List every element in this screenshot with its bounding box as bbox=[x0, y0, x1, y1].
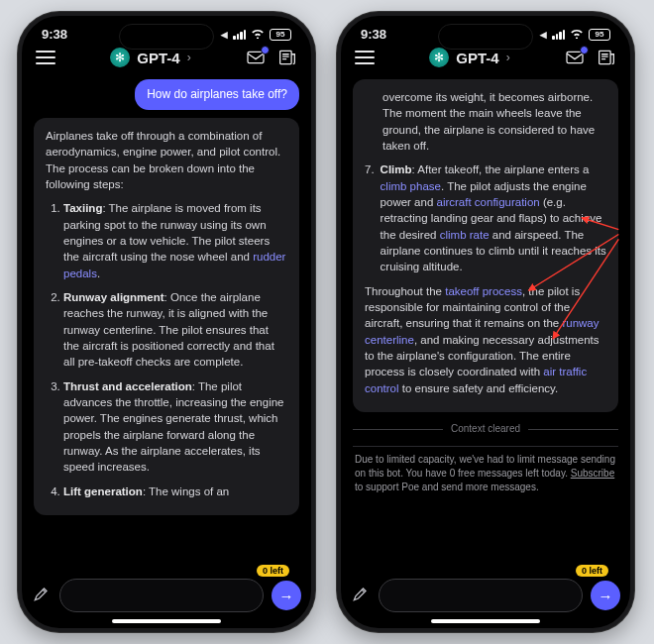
bot-title[interactable]: ✻ GPT-4 › bbox=[110, 48, 190, 67]
link-aircraft-configuration[interactable]: aircraft configuration bbox=[437, 196, 540, 208]
openai-icon: ✻ bbox=[110, 48, 130, 67]
menu-button[interactable] bbox=[355, 51, 375, 64]
link-climb-phase[interactable]: climb phase bbox=[381, 180, 441, 192]
bot-message: overcome its weight, it becomes airborne… bbox=[353, 79, 618, 412]
notch bbox=[438, 24, 533, 50]
chevron-right-icon: › bbox=[506, 51, 510, 64]
menu-button[interactable] bbox=[36, 51, 55, 64]
message-input[interactable] bbox=[379, 579, 583, 612]
cellular-icon bbox=[552, 30, 565, 40]
location-icon: ◂ bbox=[540, 27, 547, 42]
link-climb-rate[interactable]: climb rate bbox=[440, 229, 490, 241]
send-button[interactable]: → bbox=[591, 581, 620, 610]
bot-message: Airplanes take off through a combination… bbox=[34, 118, 299, 515]
chat-scroll[interactable]: overcome its weight, it becomes airborne… bbox=[341, 73, 630, 573]
list-item: Lift generation: The wings of an bbox=[63, 483, 287, 499]
battery-icon: 95 bbox=[589, 29, 610, 41]
svg-rect-0 bbox=[248, 52, 264, 62]
list-item: Runway alignment: Once the airplane reac… bbox=[63, 289, 287, 371]
context-divider: Context cleared bbox=[353, 422, 618, 436]
svg-rect-1 bbox=[280, 51, 291, 63]
bot-continued: overcome its weight, it becomes airborne… bbox=[365, 89, 606, 154]
notch bbox=[119, 24, 214, 50]
user-message: How do airplanes take off? bbox=[135, 79, 299, 110]
bot-title[interactable]: ✻ GPT-4 › bbox=[429, 48, 509, 67]
status-time: 9:38 bbox=[42, 27, 67, 42]
bot-closing: Throughout the takeoff process, the pilo… bbox=[365, 283, 606, 396]
phone-right: 9:38 ◂ 95 ✻ GPT-4 › overc bbox=[337, 12, 634, 632]
wifi-icon bbox=[251, 27, 265, 42]
mail-icon[interactable] bbox=[565, 48, 585, 67]
quota-badge: 0 left bbox=[257, 565, 289, 577]
home-indicator bbox=[112, 619, 221, 623]
openai-icon: ✻ bbox=[429, 48, 449, 67]
phone-left: 9:38 ◂ 95 ✻ GPT-4 › How do airpl bbox=[18, 12, 315, 632]
newspaper-icon[interactable] bbox=[597, 48, 616, 67]
link-takeoff-process[interactable]: takeoff process bbox=[445, 285, 522, 297]
bot-intro: Airplanes take off through a combination… bbox=[46, 128, 287, 192]
list-item: Taxiing: The airplane is moved from its … bbox=[63, 200, 287, 281]
wifi-icon bbox=[570, 27, 584, 42]
mail-icon[interactable] bbox=[246, 48, 266, 67]
quota-badge: 0 left bbox=[576, 565, 608, 577]
send-button[interactable]: → bbox=[272, 581, 301, 610]
list-item: Thrust and acceleration: The pilot advan… bbox=[63, 378, 287, 476]
brush-icon[interactable] bbox=[32, 584, 52, 607]
brush-icon[interactable] bbox=[351, 584, 371, 607]
newspaper-icon[interactable] bbox=[277, 48, 297, 67]
quota-notice: Due to limited capacity, we've had to li… bbox=[353, 446, 618, 501]
message-input[interactable] bbox=[59, 579, 264, 612]
chat-scroll[interactable]: How do airplanes take off? Airplanes tak… bbox=[22, 73, 311, 573]
home-indicator bbox=[431, 619, 540, 623]
battery-icon: 95 bbox=[270, 29, 291, 41]
subscribe-link[interactable]: Subscribe bbox=[571, 468, 614, 479]
cellular-icon bbox=[233, 30, 246, 40]
chevron-right-icon: › bbox=[187, 51, 191, 64]
status-time: 9:38 bbox=[361, 27, 386, 42]
svg-rect-2 bbox=[567, 52, 583, 62]
location-icon: ◂ bbox=[221, 27, 228, 42]
svg-rect-3 bbox=[600, 51, 610, 63]
